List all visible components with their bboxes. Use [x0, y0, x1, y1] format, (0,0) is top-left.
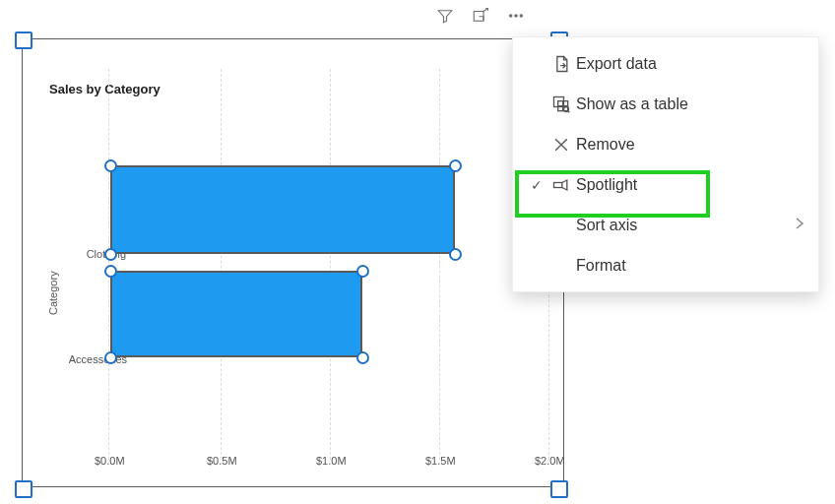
menu-format[interactable]: Format — [513, 245, 818, 285]
menu-label: Sort axis — [576, 217, 801, 234]
resize-handle[interactable] — [356, 351, 369, 364]
x-tick: $0.5M — [207, 455, 237, 467]
table-icon — [546, 94, 576, 114]
gridline — [221, 69, 222, 460]
filter-icon[interactable] — [435, 6, 455, 26]
menu-remove[interactable]: Remove — [513, 124, 818, 164]
resize-handle[interactable] — [104, 159, 117, 172]
selection-handle[interactable] — [15, 480, 32, 498]
check-icon: ✓ — [527, 177, 546, 193]
x-tick: $1.0M — [316, 455, 347, 467]
page-export-icon — [546, 54, 576, 74]
menu-sort-axis[interactable]: Sort axis — [513, 205, 818, 245]
menu-label: Remove — [576, 136, 801, 154]
chevron-right-icon — [795, 217, 804, 234]
menu-show-as-table[interactable]: Show as a table — [513, 84, 818, 124]
menu-label: Export data — [576, 55, 801, 73]
resize-handle[interactable] — [449, 159, 462, 172]
bar-clothing[interactable] — [110, 165, 455, 254]
chart-title: Sales by Category — [49, 82, 161, 96]
x-tick: $0.0M — [95, 455, 125, 467]
resize-handle[interactable] — [104, 351, 117, 364]
svg-point-2 — [515, 15, 517, 17]
resize-handle[interactable] — [449, 248, 462, 261]
resize-handle[interactable] — [356, 265, 369, 278]
spotlight-icon — [546, 175, 576, 195]
gridline — [439, 69, 440, 460]
resize-handle[interactable] — [104, 248, 117, 261]
menu-label: Spotlight — [576, 176, 801, 194]
menu-spotlight[interactable]: ✓ Spotlight — [513, 164, 818, 205]
menu-label: Format — [576, 257, 801, 275]
svg-rect-7 — [554, 182, 562, 187]
close-icon — [546, 135, 576, 155]
visual-toolbar — [435, 6, 526, 26]
focus-mode-icon[interactable] — [471, 6, 490, 26]
gridline — [330, 69, 331, 460]
selection-handle[interactable] — [15, 32, 32, 49]
resize-handle[interactable] — [104, 265, 117, 278]
y-axis-label: Category — [47, 271, 59, 315]
x-tick: $1.5M — [425, 455, 456, 467]
menu-label: Show as a table — [576, 95, 801, 113]
selection-handle[interactable] — [550, 480, 568, 498]
svg-point-1 — [510, 15, 512, 17]
menu-export-data[interactable]: Export data — [513, 43, 818, 84]
context-menu: Export data Show as a table Remove ✓ Spo… — [512, 36, 819, 292]
x-tick: $2.0M — [535, 455, 565, 467]
bar-accessories[interactable] — [110, 271, 362, 357]
svg-point-3 — [520, 15, 522, 17]
chart-visual[interactable]: Sales by Category Category Sales Clothin… — [22, 38, 564, 487]
more-options-icon[interactable] — [506, 6, 526, 26]
